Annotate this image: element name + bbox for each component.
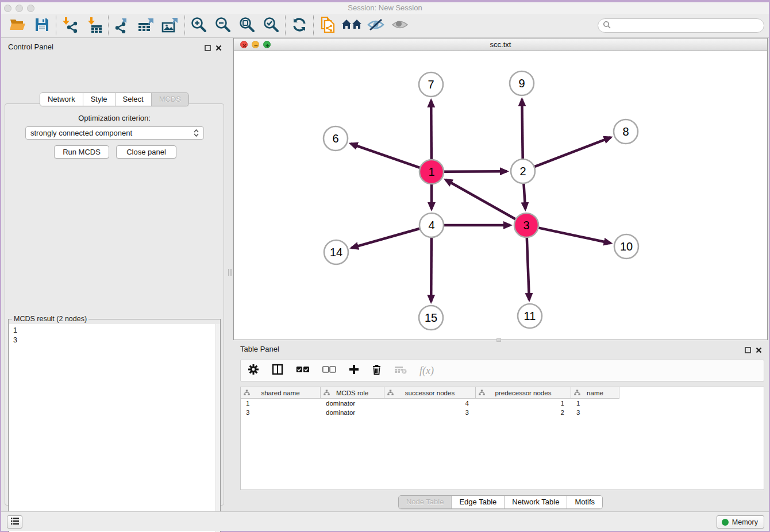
export-network-button[interactable] bbox=[110, 16, 134, 36]
tab-node-table[interactable]: Node Table bbox=[399, 496, 452, 508]
graph-node-15[interactable]: 15 bbox=[419, 306, 443, 330]
hide-selected-button[interactable] bbox=[364, 16, 388, 36]
gear-icon[interactable] bbox=[248, 364, 259, 377]
zoom-in-button[interactable] bbox=[187, 16, 211, 36]
table-header-row: shared nameMCDS rolesuccessor nodesprede… bbox=[241, 387, 764, 399]
control-panel-tabs: NetworkStyleSelectMCDS bbox=[40, 92, 189, 106]
graph-node-8[interactable]: 8 bbox=[614, 119, 638, 144]
graph-node-label: 10 bbox=[620, 240, 633, 253]
graph-node-6[interactable]: 6 bbox=[324, 126, 348, 151]
table-row[interactable]: 1dominator411 bbox=[241, 399, 764, 408]
table-cell[interactable]: 1 bbox=[571, 400, 619, 407]
memory-button[interactable]: Memory bbox=[717, 515, 764, 529]
graph-edge-1-6[interactable] bbox=[351, 144, 420, 168]
column-header-name[interactable]: name bbox=[571, 387, 619, 399]
table-cell[interactable]: dominator bbox=[321, 409, 384, 416]
table-cell[interactable]: 3 bbox=[241, 409, 321, 416]
export-table-button[interactable] bbox=[134, 16, 159, 36]
close-panel-icon[interactable] bbox=[215, 43, 222, 53]
tab-network-table[interactable]: Network Table bbox=[505, 496, 567, 508]
graph-node-3[interactable]: 3 bbox=[514, 213, 538, 237]
save-session-button[interactable] bbox=[30, 16, 54, 36]
table-cell[interactable]: 3 bbox=[571, 409, 619, 416]
result-scrollbar[interactable] bbox=[215, 324, 220, 532]
function-icon: f(x) bbox=[419, 365, 434, 377]
column-header-successor-nodes[interactable]: successor nodes bbox=[384, 387, 476, 399]
home-home-icon-button[interactable] bbox=[340, 16, 364, 36]
table-cell[interactable]: 1 bbox=[476, 400, 571, 407]
graph-node-1[interactable]: 1 bbox=[419, 160, 444, 184]
column-header-shared-name[interactable]: shared name bbox=[241, 387, 321, 399]
node-table[interactable]: shared nameMCDS rolesuccessor nodesprede… bbox=[240, 387, 764, 490]
column-header-label: successor nodes bbox=[405, 390, 455, 396]
graph-edge-3-11[interactable] bbox=[527, 237, 529, 300]
table-cell[interactable]: 4 bbox=[384, 400, 476, 407]
add-column-icon[interactable] bbox=[349, 364, 359, 377]
column-header-predecessor-nodes[interactable]: predecessor nodes bbox=[476, 387, 571, 399]
table-row[interactable]: 3dominator323 bbox=[241, 408, 764, 417]
import-table-button[interactable] bbox=[82, 16, 106, 36]
graph-node-4[interactable]: 4 bbox=[419, 213, 444, 237]
graph-edge-1-7[interactable] bbox=[431, 101, 432, 160]
show-all-button[interactable] bbox=[388, 16, 412, 36]
column-type-icon bbox=[324, 390, 330, 397]
graph-edge-2-9[interactable] bbox=[522, 99, 522, 159]
graph-node-2[interactable]: 2 bbox=[511, 159, 535, 183]
panel-resize-handle[interactable] bbox=[228, 269, 232, 276]
export-network-icon bbox=[114, 16, 131, 36]
select-all-icon[interactable] bbox=[296, 365, 310, 376]
import-network-button[interactable] bbox=[58, 16, 82, 36]
mcds-result-line: 1 bbox=[13, 326, 220, 336]
refresh-layout-button[interactable] bbox=[287, 16, 311, 36]
zoom-fit-button[interactable] bbox=[235, 16, 259, 36]
graph-node-7[interactable]: 7 bbox=[419, 72, 443, 97]
column-header-MCDS-role[interactable]: MCDS role bbox=[321, 387, 384, 399]
deselect-all-icon[interactable] bbox=[322, 365, 336, 376]
tab-mcds[interactable]: MCDS bbox=[152, 93, 188, 106]
task-history-button[interactable] bbox=[7, 515, 22, 529]
tab-select[interactable]: Select bbox=[116, 93, 152, 106]
table-cell[interactable]: 1 bbox=[241, 400, 321, 407]
clone-network-button[interactable] bbox=[315, 16, 340, 36]
network-canvas[interactable]: 1234678910111415 bbox=[234, 51, 767, 340]
tab-motifs[interactable]: Motifs bbox=[567, 496, 602, 508]
graph-edge-4-14[interactable] bbox=[352, 229, 420, 248]
open-file-button[interactable] bbox=[6, 16, 30, 36]
graph-edge-3-10[interactable] bbox=[538, 228, 611, 243]
graph-edge-3-1[interactable] bbox=[445, 180, 515, 219]
table-cell[interactable]: dominator bbox=[321, 400, 384, 407]
graph-node-9[interactable]: 9 bbox=[510, 71, 534, 95]
mcds-result-textarea[interactable]: 1 3 bbox=[9, 324, 220, 532]
optimization-criterion-select[interactable]: strongly connected component bbox=[25, 126, 204, 140]
graph-edge-1-2[interactable] bbox=[444, 171, 507, 172]
table-cell[interactable]: 3 bbox=[384, 409, 476, 416]
graph-edge-2-3[interactable] bbox=[523, 183, 525, 209]
graph-node-11[interactable]: 11 bbox=[518, 304, 542, 328]
float-panel-icon[interactable] bbox=[745, 345, 751, 356]
toolbar-separator bbox=[56, 16, 56, 36]
zoom-selected-button[interactable] bbox=[259, 16, 283, 36]
save-session-icon bbox=[34, 17, 49, 34]
zoom-out-button[interactable] bbox=[211, 16, 235, 36]
close-panel-icon[interactable] bbox=[756, 345, 762, 356]
select-stepper-icon bbox=[194, 129, 199, 137]
tab-style[interactable]: Style bbox=[83, 93, 116, 106]
delete-icon[interactable] bbox=[372, 364, 382, 377]
close-panel-button[interactable]: Close panel bbox=[116, 145, 176, 159]
tab-network[interactable]: Network bbox=[40, 93, 83, 106]
export-image-button[interactable] bbox=[159, 16, 183, 36]
graph-edge-4-15[interactable] bbox=[431, 237, 432, 302]
graph-node-14[interactable]: 14 bbox=[324, 240, 348, 264]
table-cell[interactable]: 2 bbox=[476, 409, 571, 416]
run-mcds-button[interactable]: Run MCDS bbox=[54, 145, 109, 159]
search-input[interactable] bbox=[598, 18, 764, 33]
graph-edge-2-8[interactable] bbox=[534, 137, 611, 167]
split-columns-icon[interactable] bbox=[272, 364, 283, 377]
network-graph[interactable]: 1234678910111415 bbox=[234, 51, 767, 340]
zoom-in-icon bbox=[190, 16, 207, 36]
tab-edge-table[interactable]: Edge Table bbox=[452, 496, 505, 508]
graph-node-10[interactable]: 10 bbox=[614, 234, 638, 259]
network-window-titlebar[interactable]: scc.txt bbox=[234, 38, 767, 51]
float-panel-icon[interactable] bbox=[205, 43, 211, 53]
network-view-window: scc.txt 1234678910111415 bbox=[233, 38, 768, 340]
